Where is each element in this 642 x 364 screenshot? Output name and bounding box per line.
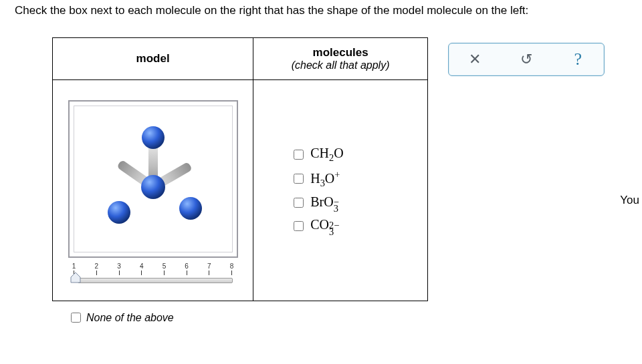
reset-button[interactable]: ↺ bbox=[513, 51, 540, 68]
tick: 6 bbox=[183, 263, 190, 275]
molecule-option[interactable]: BrO−3 bbox=[291, 194, 427, 212]
molecule-formula: CO2−3 bbox=[310, 217, 339, 235]
help-button[interactable]: ? bbox=[564, 49, 591, 69]
main-table: model molecules (check all that apply) bbox=[52, 37, 428, 301]
none-of-the-above[interactable]: None of the above bbox=[68, 311, 428, 325]
molecule-checkbox[interactable] bbox=[294, 221, 304, 231]
molecule-checkbox[interactable] bbox=[294, 174, 304, 184]
none-checkbox[interactable] bbox=[71, 313, 81, 323]
molecule-option[interactable]: CH2O bbox=[291, 146, 427, 164]
tick: 8 bbox=[229, 263, 235, 275]
atom-left bbox=[108, 201, 130, 224]
header-model: model bbox=[53, 38, 253, 80]
slider-thumb[interactable] bbox=[70, 272, 81, 284]
header-molecules: molecules (check all that apply) bbox=[253, 38, 428, 80]
atom-top bbox=[142, 126, 165, 149]
molecule-option[interactable]: CO2−3 bbox=[291, 217, 427, 235]
svg-marker-0 bbox=[71, 272, 80, 283]
model-viewer[interactable] bbox=[68, 100, 238, 258]
header-molecules-title: molecules bbox=[259, 46, 422, 59]
tick: 7 bbox=[206, 263, 213, 275]
molecule-model-svg bbox=[70, 102, 237, 256]
tick: 4 bbox=[138, 263, 145, 275]
tick: 5 bbox=[160, 263, 167, 275]
model-slider[interactable]: 1 2 3 4 5 6 7 8 bbox=[70, 263, 237, 283]
molecule-checkbox[interactable] bbox=[294, 150, 304, 160]
molecule-formula: H3O+ bbox=[310, 169, 340, 189]
tick: 2 bbox=[93, 263, 100, 275]
answer-toolbar: ✕ ↺ ? bbox=[448, 43, 605, 76]
work-area: model molecules (check all that apply) bbox=[52, 37, 428, 325]
atom-right bbox=[179, 197, 202, 220]
atom-center bbox=[141, 175, 165, 199]
side-text-you: You bbox=[620, 194, 639, 207]
none-label: None of the above bbox=[86, 312, 174, 324]
molecule-formula: BrO−3 bbox=[310, 194, 339, 212]
molecule-checkbox[interactable] bbox=[294, 198, 304, 208]
model-cell: 1 2 3 4 5 6 7 8 bbox=[53, 80, 253, 301]
tick: 3 bbox=[116, 263, 122, 275]
molecules-cell: CH2O H3O+ BrO−3 CO2−3 bbox=[253, 80, 428, 301]
instruction-text: Check the box next to each molecule on t… bbox=[0, 0, 642, 17]
close-button[interactable]: ✕ bbox=[461, 51, 488, 68]
header-molecules-sub: (check all that apply) bbox=[259, 59, 422, 71]
slider-track[interactable] bbox=[78, 278, 233, 283]
molecule-option[interactable]: H3O+ bbox=[291, 169, 427, 189]
slider-ticks: 1 2 3 4 5 6 7 8 bbox=[70, 263, 237, 279]
molecule-list: CH2O H3O+ BrO−3 CO2−3 bbox=[253, 146, 427, 235]
molecule-formula: CH2O bbox=[310, 146, 343, 164]
